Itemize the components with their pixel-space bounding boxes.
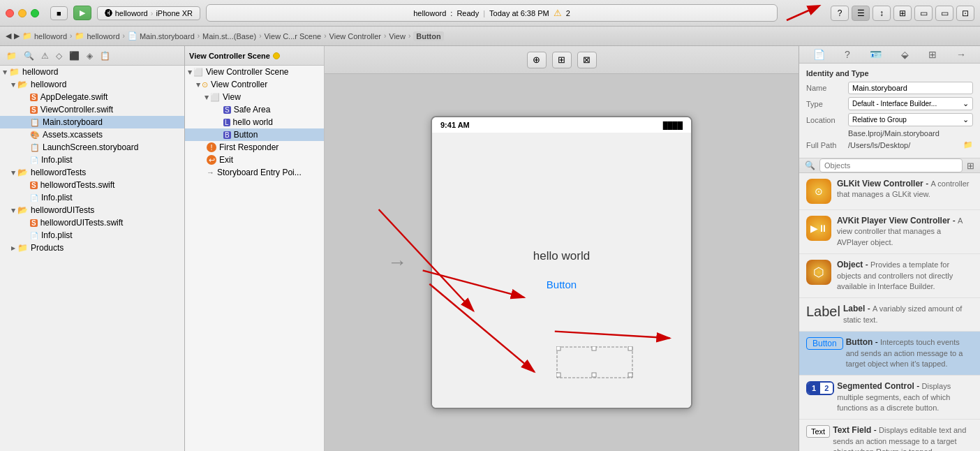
window-controls <box>6 9 39 17</box>
scene-title: View Controller Scene <box>189 52 270 60</box>
navigator-toggle[interactable]: ☰ <box>852 6 870 21</box>
bc-item-4[interactable]: View C...r Scene <box>264 32 321 40</box>
segment-object[interactable]: 1 2 Segmented Control - Displays multipl… <box>799 376 980 420</box>
zoom-fit-button[interactable]: ⊞ <box>552 52 572 68</box>
report-nav-icon[interactable]: 📋 <box>98 50 112 62</box>
maximize-button[interactable] <box>31 9 39 17</box>
size-inspector-icon[interactable]: ⊞ <box>926 46 940 63</box>
appdelegate-file[interactable]: S AppDelegate.swift <box>0 91 184 103</box>
bc-item-0[interactable]: 📁 helloword <box>22 31 67 40</box>
scene-vc-scene[interactable]: ▶ ⬜ View Controller Scene <box>185 66 324 78</box>
hellouitests-folder[interactable]: ▶ 📂 hellowordUITests <box>0 204 184 216</box>
object-icon: ⬡ <box>806 260 831 285</box>
full-path-value: /Users/ls/Desktop/ <box>848 141 963 149</box>
scene-view[interactable]: ▶ ⬜ View <box>185 91 324 103</box>
viewcontroller-file[interactable]: S ViewController.swift <box>0 103 184 116</box>
folder-icon-uitests: 📂 <box>17 205 28 215</box>
triangle-icon: ▶ <box>2 70 8 74</box>
plist-icon-3: 📄 <box>30 232 38 239</box>
uitests-info-plist[interactable]: 📄 Info.plist <box>0 229 184 242</box>
search-nav-icon[interactable]: 🔍 <box>22 50 36 62</box>
play-button[interactable]: ▶ <box>73 6 91 20</box>
bc-item-5[interactable]: View Controller <box>329 32 381 40</box>
bc-nav-prev[interactable]: ◀ <box>6 31 11 40</box>
debug-toggle[interactable]: ↕ <box>873 6 891 21</box>
triangle-icon-3: ▶ <box>10 208 17 212</box>
ui-button[interactable]: Button <box>533 273 591 296</box>
grid-toggle-icon[interactable]: ⊞ <box>967 161 974 171</box>
textfield-row: Text Text Field - Displays editable text… <box>806 425 973 451</box>
scene-button[interactable]: B Button <box>185 128 324 141</box>
main-storyboard-file[interactable]: 📋 Main.storyboard <box>0 116 184 128</box>
quick-help-icon[interactable]: ? <box>842 46 853 63</box>
minimize-button[interactable] <box>18 9 27 17</box>
scene-vc[interactable]: ▶ ⊙ View Controller <box>185 78 324 91</box>
location-select[interactable]: Relative to Group ⌄ <box>848 113 973 126</box>
bc-item-7[interactable]: Button <box>413 31 443 41</box>
objects-search-input[interactable] <box>819 158 963 172</box>
textfield-object[interactable]: Text Text Field - Displays editable text… <box>799 420 980 451</box>
scheme-selector[interactable]: 🅗 helloword › iPhone XR <box>97 6 200 20</box>
storyboard-icon-2: 📋 <box>30 143 40 152</box>
layout-toggle3[interactable]: ⊡ <box>956 6 974 21</box>
helloword-folder[interactable]: ▶ 📂 helloword <box>0 78 184 91</box>
label-text: Label - A variably sized amount of stati… <box>843 304 973 325</box>
hellotests-folder[interactable]: ▶ 📂 hellowordTests <box>0 166 184 179</box>
launch-storyboard-file[interactable]: 📋 LaunchScreen.storyboard <box>0 141 184 154</box>
breakpoint-nav-icon[interactable]: ◈ <box>84 50 95 62</box>
full-path-row: Full Path /Users/ls/Desktop/ 📁 <box>806 140 973 149</box>
connections-inspector-icon[interactable]: → <box>953 46 969 63</box>
type-select[interactable]: Default - Interface Builder... ⌄ <box>848 97 973 110</box>
root-group[interactable]: ▶ 📁 helloword <box>0 66 184 78</box>
bc-item-6[interactable]: View <box>389 32 406 40</box>
identity-inspector-icon[interactable]: 🪪 <box>867 46 884 63</box>
scene-safearea[interactable]: S Safe Area <box>185 103 324 116</box>
glkit-object[interactable]: ⊙ GLKit View Controller - A controller t… <box>799 173 980 210</box>
label-object[interactable]: Label Label - A variably sized amount of… <box>799 298 980 332</box>
canvas-area: ⊕ ⊞ ⊠ → 9:41 AM ████ hello world <box>325 46 799 451</box>
info-plist-file[interactable]: 📄 Info.plist <box>0 154 184 166</box>
app-icon: 🅗 <box>105 9 112 17</box>
zoom-in-button[interactable]: ⊠ <box>577 52 597 68</box>
scene-firstresponder[interactable]: ! First Responder <box>185 141 324 154</box>
assets-file[interactable]: 🎨 Assets.xcassets <box>0 128 184 141</box>
button-text: Button - Intercepts touch events and sen… <box>846 337 973 369</box>
attr-inspector-icon[interactable]: ⬙ <box>898 46 912 63</box>
products-folder[interactable]: ▶ 📁 Products <box>0 242 184 254</box>
close-button[interactable] <box>6 9 14 17</box>
scene-icon: ⬜ <box>193 68 203 77</box>
file-inspector-icon[interactable]: 📄 <box>810 46 828 63</box>
bc-item-3[interactable]: Main.st...(Base) <box>202 32 256 40</box>
help-button[interactable]: ? <box>831 6 849 21</box>
button-object[interactable]: Button Button - Intercepts touch events … <box>799 332 980 376</box>
selection-handles-svg <box>556 346 633 378</box>
scene-label[interactable]: L hello world <box>185 116 324 128</box>
label-icon: L <box>223 119 230 126</box>
layout-toggle2[interactable]: ▭ <box>935 6 953 21</box>
plist-icon: 📄 <box>30 156 38 164</box>
name-value[interactable]: Main.storyboard <box>848 82 973 94</box>
warning-icon[interactable]: ⚠ <box>554 8 562 18</box>
hellouitests-swift[interactable]: S hellowordUITests.swift <box>0 216 184 229</box>
folder-nav-icon[interactable]: 📁 <box>4 50 19 62</box>
phone-content: hello world <box>432 133 691 408</box>
object-item[interactable]: ⬡ Object - Provides a template for objec… <box>799 254 980 298</box>
tests-info-plist[interactable]: 📄 Info.plist <box>0 191 184 204</box>
debug-nav-icon[interactable]: ⬛ <box>67 50 82 62</box>
scene-exit[interactable]: ↩ Exit <box>185 154 324 166</box>
stop-button[interactable]: ■ <box>50 6 68 20</box>
layout-toggle1[interactable]: ▭ <box>914 6 933 21</box>
inspector-toggle[interactable]: ⊞ <box>893 6 912 21</box>
warning-nav-icon[interactable]: ⚠ <box>39 50 51 62</box>
hellotests-swift[interactable]: S hellowordTests.swift <box>0 179 184 191</box>
segment-row: 1 2 Segmented Control - Displays multipl… <box>806 381 973 413</box>
test-nav-icon[interactable]: ◇ <box>54 50 64 62</box>
zoom-out-button[interactable]: ⊕ <box>527 52 547 68</box>
bc-nav-next[interactable]: ▶ <box>14 31 20 40</box>
scene-entry[interactable]: → Storyboard Entry Poi... <box>185 166 324 179</box>
breadcrumb: ◀ ▶ 📁 helloword › 📁 helloword › 📄 Main.s… <box>0 27 980 46</box>
bc-item-2[interactable]: 📄 Main.storyboard <box>128 31 195 40</box>
bc-item-1[interactable]: 📁 helloword <box>75 31 119 40</box>
svg-rect-6 <box>592 373 596 377</box>
avkit-object[interactable]: ▶⏸ AVKit Player View Controller - A view… <box>799 210 980 254</box>
